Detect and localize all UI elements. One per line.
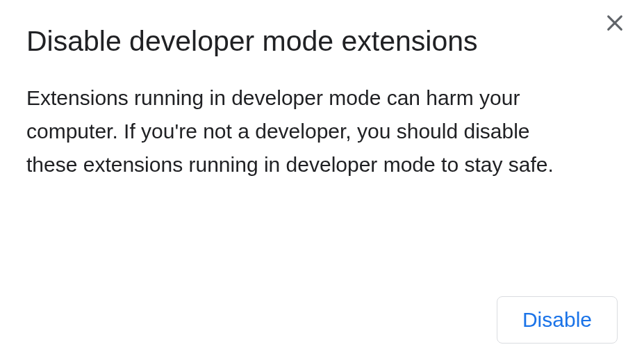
dialog-container: Disable developer mode extensions Extens… [0, 0, 644, 363]
close-icon [605, 13, 625, 35]
disable-button[interactable]: Disable [497, 296, 618, 344]
dialog-actions: Disable [497, 296, 618, 344]
dialog-body-text: Extensions running in developer mode can… [26, 81, 582, 182]
dialog-title: Disable developer mode extensions [26, 24, 618, 59]
close-button[interactable] [601, 10, 629, 38]
